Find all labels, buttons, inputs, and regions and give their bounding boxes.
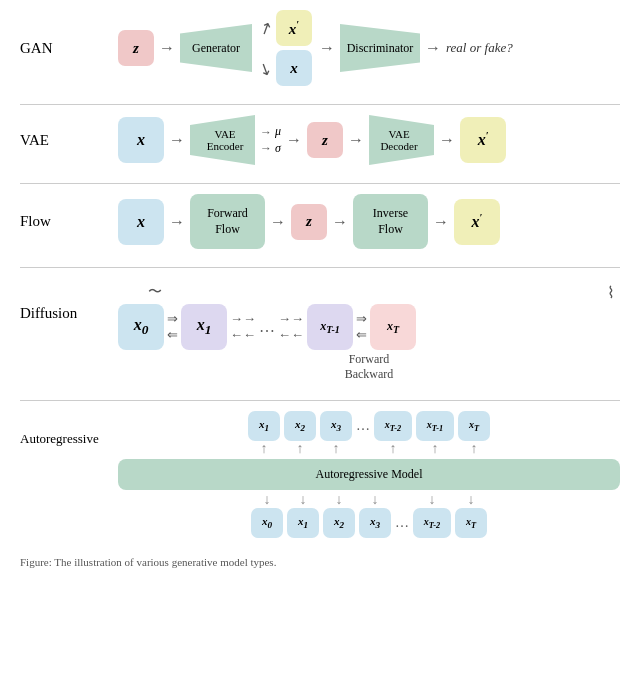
flow-x-box: x: [118, 199, 164, 245]
flow-section: Flow x → ForwardFlow → z → InverseFlow →…: [20, 194, 620, 249]
auto-col-xT2: xT-2 ↑: [374, 411, 412, 457]
diff-xT-box: xT: [370, 304, 416, 350]
vae-x-var: x: [137, 131, 145, 149]
flow-z-var: z: [306, 213, 312, 230]
caption: Figure: The illustration of various gene…: [20, 556, 620, 568]
auto-top-row: x1 ↑ x2 ↑ x3 ↑ … ↑ xT-2 ↑ xT-1 ↑: [118, 411, 620, 457]
vae-xprime-box: x′: [460, 117, 506, 163]
gan-xprime-box: x′: [276, 10, 312, 46]
auto-col-xT1: xT-1 ↑: [416, 411, 454, 457]
auto-bot-col-x3: ↓ x3: [359, 492, 391, 538]
diff-xT1-var: xT-1: [320, 319, 340, 335]
flow-arrow2: →: [270, 213, 286, 231]
vae-xprime-var: x′: [478, 130, 489, 149]
diffusion-labels-row: Forward Backward: [118, 352, 620, 382]
noise-icon-right: ⌇: [607, 283, 615, 302]
diffusion-main-row: x0 ⇒ ⇐ x1 →→ ←← … →→ ←←: [118, 304, 620, 350]
diff-x0-var: x0: [134, 316, 149, 338]
gan-z-box: z: [118, 30, 154, 66]
vae-mu-sigma: μ σ: [275, 123, 281, 157]
vae-section: VAE x → VAEEncoder → → μ σ → z →: [20, 115, 620, 165]
diff-x1-box: x1: [181, 304, 227, 350]
diffusion-section: Diffusion 〜 ⌇ x0 ⇒ ⇐ x1 →→ ←: [20, 278, 620, 382]
vae-mu-sigma-group: → → μ σ: [260, 123, 281, 157]
gan-generator: Generator: [180, 24, 252, 72]
flow-arrow4: →: [433, 213, 449, 231]
diff-x0-box: x0: [118, 304, 164, 350]
auto-section: Autoregressive x1 ↑ x2 ↑ x3 ↑ … ↑ xT-2 ↑: [20, 411, 620, 538]
vae-arrow2: →: [286, 131, 302, 149]
flow-z-box: z: [291, 204, 327, 240]
gan-discriminator: Discriminator: [340, 24, 420, 72]
gan-content: z → Generator ↗ x′ ↘ x →: [118, 10, 620, 86]
auto-bot-col-xT2: ↓ xT-2: [413, 492, 451, 538]
auto-dots: …: [356, 411, 370, 441]
auto-col-x3: x3 ↑: [320, 411, 352, 457]
dn-arrow-1: ↓: [300, 492, 307, 508]
diff-bidir2: →→ ←←: [230, 311, 256, 343]
diag-arrow-down: ↘: [256, 57, 276, 80]
auto-col-dots: … ↑: [356, 411, 370, 457]
auto-col-x1: x1 ↑: [248, 411, 280, 457]
auto-bot-xT2: xT-2: [413, 508, 451, 538]
auto-top-x1: x1: [248, 411, 280, 441]
vae-arrow3: →: [348, 131, 364, 149]
gan-arrow3: →: [425, 39, 441, 57]
up-arrow-2: ↑: [297, 441, 304, 457]
auto-model-bar: Autoregressive Model: [118, 459, 620, 490]
diff-dots: …: [259, 318, 275, 336]
diff-bidir1: ⇒ ⇐: [167, 311, 178, 343]
gan-output: real or fake?: [446, 40, 513, 56]
auto-bot-x0: x0: [251, 508, 283, 538]
flow-x-var: x: [137, 213, 145, 231]
vae-double-arrow: → →: [260, 125, 272, 156]
up-arrow-T: ↑: [471, 441, 478, 457]
flow-xprime-var: x′: [472, 212, 483, 231]
gan-x-var: x: [290, 60, 298, 77]
diffusion-noise-icons: 〜 ⌇: [118, 283, 615, 302]
diff-bidir4: ⇒ ⇐: [356, 311, 367, 343]
diff-x1-var: x1: [197, 316, 212, 338]
vae-decoder: VAEDecoder: [369, 115, 434, 165]
auto-bot-x3: x3: [359, 508, 391, 538]
up-arrow-T2: ↑: [390, 441, 397, 457]
flow-content: x → ForwardFlow → z → InverseFlow → x′: [118, 194, 620, 249]
flow-inverse-box: InverseFlow: [353, 194, 428, 249]
gan-label: GAN: [20, 40, 110, 57]
diff-backward-label: Backward: [345, 367, 394, 382]
gan-section: GAN z → Generator ↗ x′ ↘ x: [20, 10, 620, 86]
gan-xprime-var: x′: [289, 19, 299, 38]
auto-bot-x2: x2: [323, 508, 355, 538]
auto-bot-x1: x1: [287, 508, 319, 538]
auto-top-xT: xT: [458, 411, 490, 441]
caption-text: Figure: The illustration of various gene…: [20, 556, 276, 568]
vae-encoder: VAEEncoder: [190, 115, 255, 165]
dn-arrow-0: ↓: [264, 492, 271, 508]
flow-forward-box: ForwardFlow: [190, 194, 265, 249]
gan-arrow2: →: [319, 39, 335, 57]
diff-xT1-box: xT-1: [307, 304, 353, 350]
gan-inputs-group: ↗ x′ ↘ x: [259, 10, 312, 86]
diffusion-content: 〜 ⌇ x0 ⇒ ⇐ x1 →→ ←← …: [118, 283, 620, 382]
up-arrow-T1: ↑: [432, 441, 439, 457]
diff-bidir3: →→ ←←: [278, 311, 304, 343]
vae-z-var: z: [322, 132, 328, 149]
diff-xT-var: xT: [387, 319, 399, 335]
up-arrow-3: ↑: [333, 441, 340, 457]
auto-bot-dots-text: …: [395, 508, 409, 538]
auto-top-xT1: xT-1: [416, 411, 454, 441]
dn-arrow-2: ↓: [336, 492, 343, 508]
auto-col-xT: xT ↑: [458, 411, 490, 457]
dn-arrow-T2: ↓: [429, 492, 436, 508]
auto-top-x2: x2: [284, 411, 316, 441]
gan-x-row: ↘ x: [259, 50, 312, 86]
auto-label: Autoregressive: [20, 411, 110, 447]
diff-forward-label: Forward: [349, 352, 390, 367]
auto-content: x1 ↑ x2 ↑ x3 ↑ … ↑ xT-2 ↑ xT-1 ↑: [118, 411, 620, 538]
auto-top-xT2: xT-2: [374, 411, 412, 441]
up-arrow-1: ↑: [261, 441, 268, 457]
auto-bot-col-x1: ↓ x1: [287, 492, 319, 538]
flow-arrow1: →: [169, 213, 185, 231]
gan-arrow1: →: [159, 39, 175, 57]
flow-xprime-box: x′: [454, 199, 500, 245]
